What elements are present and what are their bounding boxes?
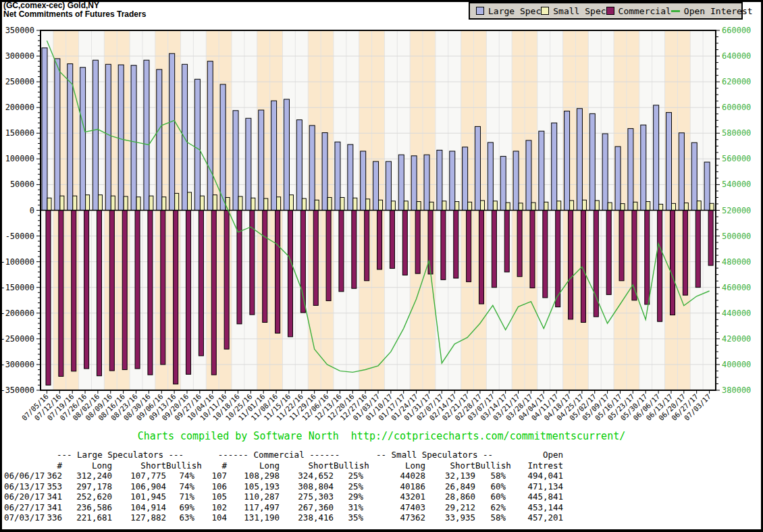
table-cell: 104 (194, 512, 227, 523)
table-cell: Bullish (166, 460, 194, 471)
svg-text:440000: 440000 (722, 309, 751, 318)
svg-text:200000: 200000 (5, 103, 34, 112)
table-cell: 107,775 (112, 471, 166, 481)
table-cell: 341 (46, 491, 62, 502)
table-cell: 102 (194, 502, 227, 513)
cot-data-table: --- Large Speculators --------- Commerci… (4, 450, 563, 523)
table-cell: 252,620 (62, 491, 112, 502)
table-cell: 108,298 (227, 471, 280, 481)
table-cell: 494,041 (506, 471, 563, 481)
table-cell: 40186 (363, 481, 425, 492)
svg-text:480000: 480000 (722, 257, 751, 267)
table-cell: # (46, 460, 62, 471)
legend-label: Commercial (619, 6, 671, 16)
table-cell: 31% (334, 502, 363, 513)
legend-item-open-interest: Open Interest (671, 6, 753, 16)
table-row: --- Large Speculators --------- Commerci… (4, 450, 563, 460)
svg-text:580000: 580000 (722, 128, 751, 138)
svg-text:660000: 660000 (722, 26, 751, 35)
svg-text:460000: 460000 (722, 283, 751, 292)
table-cell: 336 (46, 512, 62, 523)
table-cell: 60% (475, 481, 506, 492)
table-cell: 28,860 (425, 491, 475, 502)
table-cell (4, 460, 46, 471)
chart-legend: Large Spec Small Spec Commercial Open In… (469, 2, 743, 20)
table-cell: 308,804 (280, 481, 334, 492)
svg-text:50000: 50000 (10, 180, 34, 189)
table-cell: --- Large Speculators --- (46, 450, 194, 460)
table-cell: 60% (475, 491, 506, 502)
table-cell: 47362 (363, 512, 425, 523)
table-cell: 362 (46, 471, 62, 481)
table-cell: 07/03/17 (4, 512, 46, 523)
table-cell: 06/20/17 (4, 491, 46, 502)
svg-text:350000: 350000 (5, 26, 34, 35)
table-cell: 105 (194, 491, 227, 502)
table-cell: 457,201 (506, 512, 563, 523)
table-cell: 275,303 (280, 491, 334, 502)
table-cell: 341 (46, 502, 62, 513)
svg-text:620000: 620000 (722, 77, 751, 86)
table-cell: Bullish (334, 460, 363, 471)
svg-text:400000: 400000 (722, 360, 751, 369)
table-cell: 297,178 (62, 481, 112, 492)
table-cell: 267,360 (280, 502, 334, 513)
table-cell: 63% (166, 512, 194, 523)
table-cell: 58% (475, 471, 506, 481)
table-cell: 312,240 (62, 471, 112, 481)
table-cell: 110,287 (227, 491, 280, 502)
table-cell: 471,134 (506, 481, 563, 492)
svg-text:520000: 520000 (722, 206, 751, 215)
svg-text:150000: 150000 (5, 128, 34, 138)
table-cell: 131,190 (227, 512, 280, 523)
table-row: 06/27/17341236,586104,91469%102117,49726… (4, 502, 563, 513)
svg-text:500000: 500000 (722, 232, 751, 241)
table-cell: 29% (334, 491, 363, 502)
svg-text:250000: 250000 (5, 77, 34, 86)
open-interest-line-icon (671, 10, 680, 12)
svg-text:-150000: -150000 (0, 283, 34, 292)
table-cell: 71% (166, 491, 194, 502)
table-cell (4, 450, 46, 460)
table-cell: 06/06/17 (4, 471, 46, 481)
svg-text:100000: 100000 (5, 154, 34, 163)
table-cell: 06/13/17 (4, 481, 46, 492)
table-cell: 221,681 (62, 512, 112, 523)
svg-text:540000: 540000 (722, 180, 751, 189)
table-cell: 74% (166, 481, 194, 492)
svg-text:-50000: -50000 (5, 232, 34, 241)
table-cell: 26,849 (425, 481, 475, 492)
table-cell: 44028 (363, 471, 425, 481)
table-cell: Open (506, 450, 563, 460)
table-cell: 62% (475, 502, 506, 513)
table-cell: 445,841 (506, 491, 563, 502)
table-cell: 117,497 (227, 502, 280, 513)
table-cell: 43201 (363, 491, 425, 502)
table-cell: Long (227, 460, 280, 471)
legend-item-large-spec: Large Spec (476, 6, 541, 16)
table-row: #LongShortBullish#LongShortBullishLongSh… (4, 460, 563, 471)
table-cell: 107 (194, 471, 227, 481)
small-spec-swatch-icon (541, 7, 549, 15)
svg-text:-200000: -200000 (0, 309, 34, 318)
svg-text:-100000: -100000 (0, 257, 34, 267)
cot-futures-chart-window: -350000-300000-250000-200000-150000-1000… (0, 0, 763, 532)
table-cell: 06/27/17 (4, 502, 46, 513)
table-cell: 105,193 (227, 481, 280, 492)
table-cell: 127,882 (112, 512, 166, 523)
table-row: 06/13/17353297,178106,90474%106105,19330… (4, 481, 563, 492)
table-cell: 33,935 (425, 512, 475, 523)
table-cell: 25% (334, 471, 363, 481)
table-cell: Short (425, 460, 475, 471)
table-cell: 69% (166, 502, 194, 513)
table-cell: 29,212 (425, 502, 475, 513)
legend-label: Small Spec (553, 6, 606, 16)
table-cell: Bullish (475, 460, 506, 471)
table-cell: Long (363, 460, 425, 471)
table-cell: 238,416 (280, 512, 334, 523)
svg-text:300000: 300000 (5, 51, 34, 61)
svg-text:-300000: -300000 (0, 360, 34, 369)
cot-data-table-wrap: --- Large Speculators --------- Commerci… (4, 450, 563, 523)
svg-text:380000: 380000 (722, 385, 751, 395)
svg-text:-250000: -250000 (0, 334, 34, 344)
